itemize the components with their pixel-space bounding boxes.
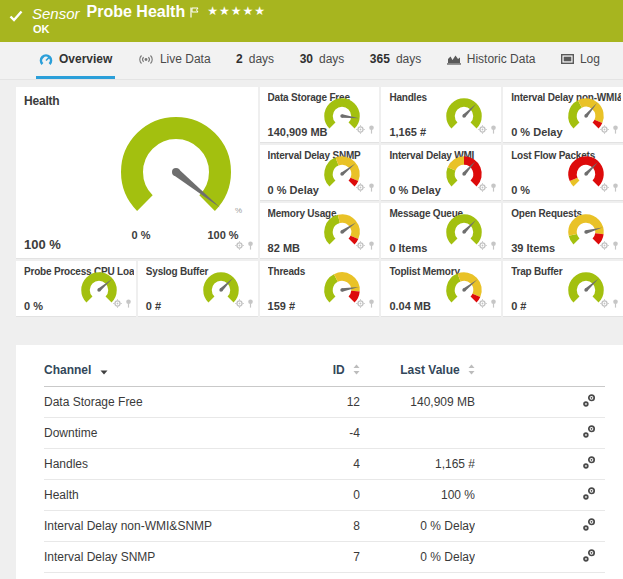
tab-log[interactable]: Log <box>558 42 603 79</box>
tab-overview[interactable]: Overview <box>36 42 115 79</box>
tab-days365[interactable]: 365 days <box>367 42 424 79</box>
channel-name-cell: Data Storage Free <box>44 387 280 418</box>
pin-icon[interactable] <box>125 294 132 312</box>
channel-name-cell: Interval Delay SNMP <box>44 542 280 573</box>
log-icon <box>561 54 574 64</box>
pin-icon[interactable] <box>368 294 375 312</box>
gauge-tile-threads[interactable]: Threads 159 # <box>260 261 380 317</box>
gauge-tile-interval-delay-snmp[interactable]: Interval Delay SNMP 0 % Delay <box>260 145 380 201</box>
gauge-tile-data-storage-free[interactable]: Data Storage Free 140,909 MB <box>260 87 380 143</box>
gauge-tile-probe-process-cpu-load[interactable]: Probe Process CPU Load 0 % <box>16 261 136 317</box>
column-header-channel[interactable]: Channel <box>44 355 280 387</box>
gauge-unit-label: % <box>235 206 242 215</box>
gauges-grid: Health % 0 % 100 % 100 % Data Storage Fr… <box>16 87 623 317</box>
gauge-tile-trap-buffer[interactable]: Trap Buffer 0 # <box>503 261 623 317</box>
column-header-actions <box>475 355 605 387</box>
column-header-last-value[interactable]: Last Value <box>360 355 475 387</box>
pin-icon[interactable] <box>612 294 619 312</box>
table-row[interactable]: Downtime -4 <box>44 418 605 449</box>
table-row[interactable]: Interval Delay WMI 6 0 % Delay <box>44 573 605 579</box>
health-gauge <box>88 102 258 238</box>
table-row[interactable]: Data Storage Free 12 140,909 MB <box>44 387 605 418</box>
column-header-id[interactable]: ID <box>280 355 360 387</box>
gauge-tile-interval-delay-wmi[interactable]: Interval Delay WMI 0 % Delay <box>381 145 501 201</box>
pin-icon[interactable] <box>490 178 497 196</box>
gear-icon[interactable] <box>356 120 365 138</box>
gauge-tile-toplist-memory[interactable]: Toplist Memory 0.04 MB <box>381 261 501 317</box>
channel-name-cell: Health <box>44 480 280 511</box>
status-badge: OK <box>33 23 50 35</box>
gauge-tile-lost-flow-packets[interactable]: Lost Flow Packets 0 % <box>503 145 623 201</box>
pin-icon[interactable] <box>247 294 254 312</box>
priority-stars[interactable]: ★★★★★ <box>207 4 266 18</box>
gauge-value: 0 % Delay <box>511 126 562 138</box>
gauge-value: 0 % <box>24 300 43 312</box>
page-title: Probe Health <box>87 3 186 21</box>
gauge-value: 0 Items <box>389 242 427 254</box>
pin-icon[interactable] <box>247 236 254 254</box>
pin-icon[interactable] <box>368 120 375 138</box>
channel-id-cell: 6 <box>280 573 360 579</box>
gear-icon[interactable] <box>478 120 487 138</box>
channel-settings-icon[interactable] <box>582 393 597 411</box>
table-row[interactable]: Interval Delay SNMP 7 0 % Delay <box>44 542 605 573</box>
pin-icon[interactable] <box>612 120 619 138</box>
channel-name-cell: Handles <box>44 449 280 480</box>
gear-icon[interactable] <box>356 294 365 312</box>
gauge-value: 159 # <box>268 300 296 312</box>
gauge-tile-syslog-buffer[interactable]: Syslog Buffer 0 # <box>138 261 258 317</box>
gear-icon[interactable] <box>600 236 609 254</box>
channel-settings-icon[interactable] <box>582 548 597 566</box>
pin-icon[interactable] <box>490 294 497 312</box>
gauge-tile-health[interactable]: Health % 0 % 100 % 100 % <box>16 87 258 259</box>
pin-icon[interactable] <box>368 178 375 196</box>
gear-icon[interactable] <box>600 120 609 138</box>
gear-icon[interactable] <box>356 178 365 196</box>
tab-live-data[interactable]: Live Data <box>135 42 214 79</box>
pin-icon[interactable] <box>490 120 497 138</box>
channel-id-cell: 8 <box>280 511 360 542</box>
gauge-tile-message-queue[interactable]: Message Queue 0 Items <box>381 203 501 259</box>
table-row[interactable]: Handles 4 1,165 # <box>44 449 605 480</box>
channel-settings-icon[interactable] <box>582 455 597 473</box>
channel-settings-icon[interactable] <box>582 486 597 504</box>
live-data-icon <box>138 54 154 65</box>
gear-icon[interactable] <box>113 294 122 312</box>
channel-id-cell: -4 <box>280 418 360 449</box>
tab-historic-data[interactable]: Historic Data <box>444 42 539 79</box>
table-row[interactable]: Health 0 100 % <box>44 480 605 511</box>
gear-icon[interactable] <box>600 178 609 196</box>
channel-settings-icon[interactable] <box>582 517 597 535</box>
pin-icon[interactable] <box>368 236 375 254</box>
gauge-tile-open-requests[interactable]: Open Requests 39 Items <box>503 203 623 259</box>
gear-icon[interactable] <box>478 178 487 196</box>
tab-days30[interactable]: 30 days <box>297 42 348 79</box>
gauge-value: 1,165 # <box>389 126 426 138</box>
table-row[interactable]: Interval Delay non-WMI&SNMP 8 0 % Delay <box>44 511 605 542</box>
channel-last-value-cell: 0 % Delay <box>360 573 475 579</box>
gauge-icon <box>39 53 53 66</box>
gear-icon[interactable] <box>235 236 244 254</box>
channel-name-cell: Downtime <box>44 418 280 449</box>
pin-icon[interactable] <box>490 236 497 254</box>
gear-icon[interactable] <box>600 294 609 312</box>
gauge-tile-memory-usage[interactable]: Memory Usage 82 MB <box>260 203 380 259</box>
gear-icon[interactable] <box>478 236 487 254</box>
pin-icon[interactable] <box>612 178 619 196</box>
chart-icon <box>447 54 461 65</box>
gauge-value: 82 MB <box>268 242 300 254</box>
gauge-tile-handles[interactable]: Handles 1,165 # <box>381 87 501 143</box>
channel-id-cell: 12 <box>280 387 360 418</box>
sort-icon <box>353 364 360 378</box>
tab-days2[interactable]: 2 days <box>233 42 277 79</box>
gauge-value: 0 # <box>511 300 526 312</box>
pin-icon[interactable] <box>612 236 619 254</box>
gauge-value: 0 % Delay <box>389 184 440 196</box>
sort-icon <box>468 364 475 378</box>
gear-icon[interactable] <box>235 294 244 312</box>
channel-last-value-cell: 100 % <box>360 480 475 511</box>
gauge-tile-interval-delay-non-wmi-snmp[interactable]: Interval Delay non-WMI&SNMP 0 % Delay <box>503 87 623 143</box>
gear-icon[interactable] <box>356 236 365 254</box>
channel-settings-icon[interactable] <box>582 424 597 442</box>
gear-icon[interactable] <box>478 294 487 312</box>
